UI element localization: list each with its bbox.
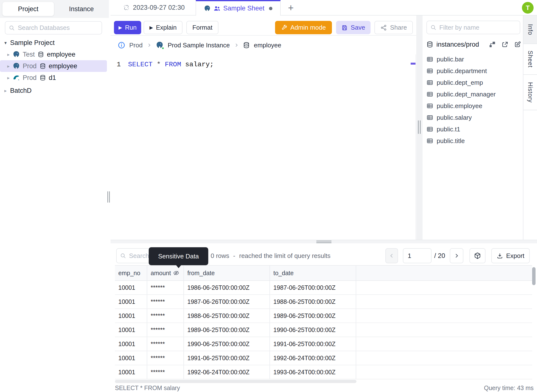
database-label: employee (47, 51, 75, 58)
editor-panel: ▶Run ▶Explain Format Admin mode Save Sha… (111, 16, 416, 240)
breadcrumb-environment[interactable]: Prod (129, 42, 143, 49)
filter-input[interactable] (439, 24, 516, 31)
horizontal-scrollbar[interactable] (115, 380, 356, 383)
table-row[interactable]: 10001******1992-06-24T00:00:00Z1993-06-2… (115, 365, 532, 379)
caret-right-icon[interactable]: ▸ (7, 52, 10, 57)
db-tree-rows: ▸Testemployee▸Prodemployee▸Prodd1 (0, 49, 109, 84)
edit-icon[interactable] (514, 41, 521, 48)
tree-item-database[interactable]: ▸Prodd1 (0, 72, 107, 84)
panel-resize-handle[interactable] (418, 120, 421, 134)
environment-label: Prod (23, 62, 37, 70)
column-header-emp_no[interactable]: emp_no (115, 266, 147, 280)
schema-table-item[interactable]: public.dept_manager (426, 88, 521, 100)
side-tab-history[interactable]: History (523, 75, 537, 110)
prev-page-button[interactable] (385, 248, 398, 263)
tab-sheet-unsaved[interactable]: 2023-09-27 02:30 (113, 0, 195, 15)
visualize-button[interactable] (469, 248, 485, 263)
sidebar: Project Instance ▾ Sample Project ▸Teste… (0, 0, 109, 392)
table-row[interactable]: 10001******1991-06-25T00:00:00Z1992-06-2… (115, 351, 532, 365)
table-row[interactable]: 10001******1987-06-26T00:00:00Z1988-06-2… (115, 295, 532, 309)
table-cell: 1988-06-25T00:00:00Z (184, 309, 270, 323)
row-count: 0 rows (211, 252, 229, 260)
explain-button[interactable]: ▶Explain (144, 21, 182, 34)
schema-table-item[interactable]: public.dept_emp (426, 77, 521, 88)
run-button[interactable]: ▶Run (114, 21, 141, 34)
search-input[interactable] (18, 24, 98, 32)
tree-item-database[interactable]: ▸Testemployee (0, 49, 107, 60)
right-tab-strip: InfoSheetHistory (523, 16, 537, 240)
table-list: public.barpublic.departmentpublic.dept_e… (426, 53, 521, 147)
table-cell: 1991-06-25T00:00:00Z (270, 337, 356, 351)
tab-sample-sheet[interactable]: Sample Sheet (196, 0, 281, 16)
format-button[interactable]: Format (186, 21, 218, 34)
table-cell-filler (356, 281, 532, 294)
table-cell: 1991-06-25T00:00:00Z (184, 351, 270, 365)
share-button[interactable]: Share (374, 21, 413, 34)
database-search-box[interactable] (5, 21, 102, 34)
tree-item-database[interactable]: ▸Prodemployee (0, 60, 107, 72)
table-cell: 1990-06-25T00:00:00Z (184, 337, 270, 351)
schema-diagram-icon[interactable] (489, 41, 496, 48)
table-row[interactable]: 10001******1988-06-25T00:00:00Z1989-06-2… (115, 309, 532, 323)
search-icon (430, 24, 436, 31)
table-name: public.dept_emp (437, 79, 483, 86)
side-tab-sheet[interactable]: Sheet (523, 44, 537, 75)
save-button[interactable]: Save (336, 21, 371, 34)
schema-table-item[interactable]: public.department (426, 65, 521, 77)
column-header-to_date[interactable]: to_date (270, 266, 356, 280)
avatar[interactable]: T (522, 2, 534, 14)
sidebar-resize-handle[interactable] (107, 191, 110, 203)
table-icon (426, 126, 433, 133)
connection-source-label: instances/prod (436, 41, 479, 48)
add-sheet-button[interactable]: + (285, 1, 297, 14)
eye-off-icon[interactable] (173, 270, 179, 276)
search-icon (120, 252, 126, 259)
table-row[interactable]: 10001******1986-06-26T00:00:00Z1987-06-2… (115, 281, 532, 295)
tab-time-label: 2023-09-27 02:30 (133, 4, 185, 11)
breadcrumb-instance[interactable]: Prod Sample Instance (168, 42, 230, 49)
table-cell: 1990-06-25T00:00:00Z (270, 323, 356, 337)
vertical-scrollbar[interactable] (532, 267, 536, 285)
external-link-icon[interactable] (501, 41, 509, 48)
mysql-icon (13, 74, 20, 81)
sensitive-data-tooltip: Sensitive Data (149, 247, 208, 265)
schema-table-item[interactable]: public.bar (426, 53, 521, 65)
tree-item-batchd[interactable]: ▸ BatchD (0, 85, 109, 97)
schema-table-item[interactable]: public.employee (426, 100, 521, 112)
caret-right-icon[interactable]: ▸ (4, 88, 7, 94)
schema-table-item[interactable]: public.title (426, 135, 521, 147)
unlink-icon (123, 4, 130, 11)
database-icon (40, 75, 46, 81)
connection-status-dot (161, 47, 165, 50)
column-header-from_date[interactable]: from_date (184, 266, 270, 280)
tab-project[interactable]: Project (2, 2, 54, 16)
caret-down-icon[interactable]: ▾ (4, 40, 7, 46)
admin-mode-button[interactable]: Admin mode (275, 21, 332, 34)
editor-toolbar: ▶Run ▶Explain Format Admin mode Save Sha… (111, 16, 416, 36)
export-button[interactable]: Export (491, 248, 530, 263)
table-row[interactable]: 10001******1990-06-25T00:00:00Z1991-06-2… (115, 337, 532, 351)
filter-box[interactable] (426, 21, 520, 34)
table-row[interactable]: 10001******1989-06-25T00:00:00Z1990-06-2… (115, 323, 532, 337)
caret-right-icon[interactable]: ▸ (7, 75, 10, 81)
next-page-button[interactable] (450, 248, 463, 263)
rows-info: 0 rows - reached the limit of query resu… (211, 248, 330, 263)
sql-editor-line[interactable]: 1 SELECT * FROM salary; (111, 59, 214, 70)
tab-instance[interactable]: Instance (56, 2, 106, 16)
table-cell: 10001 (115, 281, 147, 294)
page-number-input[interactable] (403, 248, 432, 263)
wrench-icon (281, 25, 287, 31)
tree-item-project[interactable]: ▾ Sample Project (0, 37, 109, 49)
database-icon (40, 63, 46, 69)
table-icon (426, 137, 433, 144)
results-statusbar: SELECT * FROM salary Query time: 43 ms (115, 384, 534, 392)
info-icon[interactable] (118, 42, 125, 49)
schema-table-item[interactable]: public.salary (426, 112, 521, 123)
breadcrumb: Prod Prod Sample Instance employee (111, 36, 416, 55)
table-cell: 1992-06-24T00:00:00Z (270, 351, 356, 365)
schema-table-item[interactable]: public.t1 (426, 123, 521, 135)
side-tab-info[interactable]: Info (523, 16, 537, 44)
breadcrumb-database[interactable]: employee (254, 42, 281, 49)
caret-right-icon[interactable]: ▸ (7, 63, 10, 69)
schema-panel: instances/prod public.barpublic.departme… (423, 16, 523, 240)
